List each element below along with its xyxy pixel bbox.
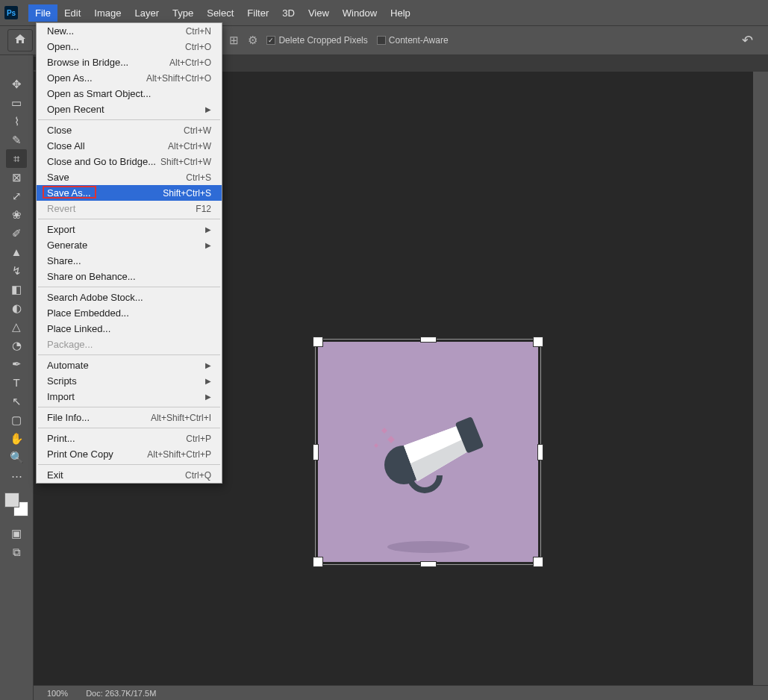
menu-item-label: Print One Copy [47, 449, 113, 460]
crop-handle-l[interactable] [313, 444, 319, 460]
menu-separator [38, 464, 220, 465]
quick-select-tool[interactable]: ✎ [6, 131, 27, 149]
toolbar: ✥▭⌇✎⌗⊠⤢❀✐▲↯◧◐△◔✒T↖▢✋🔍⋯ ▣⧉ [0, 55, 34, 700]
crop-handle-b[interactable] [420, 561, 437, 567]
rectangle-tool[interactable]: ▢ [6, 410, 27, 429]
menu-separator [38, 219, 220, 219]
type-tool[interactable]: T [6, 373, 27, 392]
color-swatches[interactable] [4, 493, 28, 516]
menu-item-place-linked[interactable]: Place Linked... [37, 321, 222, 337]
history-brush-tool[interactable]: ↯ [6, 261, 27, 280]
zoom-level[interactable]: 100% [47, 689, 68, 698]
crop-handle-r[interactable] [537, 444, 543, 460]
menu-item-import[interactable]: Import▶ [37, 389, 222, 404]
menu-item-file-info[interactable]: File Info...Alt+Shift+Ctrl+I [37, 410, 222, 425]
menu-item-place-embedded[interactable]: Place Embedded... [37, 305, 222, 321]
frame-tool[interactable]: ⊠ [6, 168, 27, 187]
eyedropper-tool[interactable]: ⤢ [6, 187, 27, 205]
crop-tool[interactable]: ⌗ [6, 149, 27, 168]
more-tool[interactable]: ⋯ [6, 466, 27, 485]
home-button[interactable] [7, 29, 33, 51]
menu-item-generate[interactable]: Generate▶ [37, 237, 222, 253]
menu-item-label: Open Recent [47, 104, 104, 115]
menu-edit[interactable]: Edit [57, 4, 87, 22]
menu-item-save[interactable]: SaveCtrl+S [37, 169, 222, 185]
menu-item-shortcut: Ctrl+Q [185, 470, 211, 481]
menu-item-print[interactable]: Print...Ctrl+P [37, 431, 222, 446]
marquee-tool[interactable]: ▭ [6, 93, 27, 112]
menu-item-label: Import [47, 391, 75, 402]
menu-item-share[interactable]: Share... [37, 253, 222, 269]
submenu-arrow-icon: ▶ [205, 225, 211, 234]
menu-item-label: Scripts [47, 375, 77, 387]
menubar: Ps FileEditImageLayerTypeSelectFilter3DV… [0, 0, 768, 25]
menu-filter[interactable]: Filter [240, 4, 275, 22]
menu-select[interactable]: Select [200, 4, 240, 22]
menu-item-print-one-copy[interactable]: Print One CopyAlt+Shift+Ctrl+P [37, 446, 222, 462]
content-aware-checkbox[interactable]: Content-Aware [377, 35, 449, 46]
menu-item-label: Place Linked... [47, 323, 110, 334]
menu-item-shortcut: Alt+Shift+Ctrl+O [146, 73, 211, 84]
menu-item-browse-in-bridge[interactable]: Browse in Bridge...Alt+Ctrl+O [37, 54, 222, 70]
menu-item-close[interactable]: CloseCtrl+W [37, 122, 222, 138]
gradient-tool[interactable]: ◐ [6, 299, 27, 317]
foreground-swatch[interactable] [4, 493, 19, 507]
menu-image[interactable]: Image [87, 4, 128, 22]
clone-tool[interactable]: ▲ [6, 243, 27, 261]
gear-icon[interactable]: ⚙ [248, 34, 257, 47]
menu-view[interactable]: View [302, 4, 336, 22]
menu-item-open-as[interactable]: Open As...Alt+Shift+Ctrl+O [37, 70, 222, 86]
menu-layer[interactable]: Layer [128, 4, 166, 22]
move-tool[interactable]: ✥ [6, 75, 27, 93]
menu-item-label: Share... [47, 255, 81, 266]
menu-item-label: Close [47, 125, 72, 136]
menu-type[interactable]: Type [166, 4, 200, 22]
delete-cropped-label: Delete Cropped Pixels [278, 35, 367, 46]
menu-item-scripts[interactable]: Scripts▶ [37, 373, 222, 389]
lasso-tool[interactable]: ⌇ [6, 112, 27, 131]
zoom-tool[interactable]: 🔍 [6, 448, 27, 466]
app-logo: Ps [4, 6, 18, 19]
eraser-tool[interactable]: ◧ [6, 280, 27, 299]
crop-handle-bl[interactable] [313, 557, 323, 567]
menu-help[interactable]: Help [384, 4, 417, 22]
hand-tool[interactable]: ✋ [6, 429, 27, 448]
menu-item-save-as[interactable]: Save As...Shift+Ctrl+S [37, 185, 222, 201]
menu-item-share-on-behance[interactable]: Share on Behance... [37, 269, 222, 284]
menu-item-new[interactable]: New...Ctrl+N [37, 23, 222, 39]
file-menu-dropdown: New...Ctrl+NOpen...Ctrl+OBrowse in Bridg… [36, 22, 222, 484]
menu-item-open-as-smart-object[interactable]: Open as Smart Object... [37, 86, 222, 101]
pen-tool[interactable]: ✒ [6, 354, 27, 373]
menu-item-export[interactable]: Export▶ [37, 222, 222, 237]
menu-item-close-all[interactable]: Close AllAlt+Ctrl+W [37, 138, 222, 154]
menu-item-label: Search Adobe Stock... [47, 292, 143, 303]
crop-handle-br[interactable] [533, 557, 543, 567]
screenmode-tool[interactable]: ⧉ [6, 543, 27, 561]
menu-item-close-and-go-to-bridge[interactable]: Close and Go to Bridge...Shift+Ctrl+W [37, 154, 222, 169]
menu-item-exit[interactable]: ExitCtrl+Q [37, 467, 222, 483]
menu-file[interactable]: File [28, 4, 57, 22]
menu-window[interactable]: Window [336, 4, 384, 22]
menu-item-open[interactable]: Open...Ctrl+O [37, 39, 222, 54]
delete-cropped-checkbox[interactable]: ✓ Delete Cropped Pixels [266, 35, 367, 46]
menu-item-label: Print... [47, 433, 75, 444]
healing-tool[interactable]: ❀ [6, 205, 27, 224]
dodge-tool[interactable]: ◔ [6, 336, 27, 354]
blur-tool[interactable]: △ [6, 317, 27, 336]
crop-handle-t[interactable] [420, 337, 437, 343]
brush-tool[interactable]: ✐ [6, 224, 27, 243]
menu-item-open-recent[interactable]: Open Recent▶ [37, 101, 222, 117]
crop-handle-tl[interactable] [313, 337, 323, 347]
menu-item-automate[interactable]: Automate▶ [37, 357, 222, 373]
statusbar: 100% Doc: 263.7K/17.5M [34, 685, 768, 700]
menu-item-label: Browse in Bridge... [47, 57, 128, 68]
reset-icon[interactable]: ↶ [742, 32, 753, 49]
crop-selection[interactable] [315, 339, 541, 565]
quickmask-tool[interactable]: ▣ [6, 524, 27, 543]
menu-item-search-adobe-stock[interactable]: Search Adobe Stock... [37, 290, 222, 305]
crop-handle-tr[interactable] [533, 337, 543, 347]
menu-item-label: Save [47, 172, 69, 183]
grid-icon[interactable]: ⊞ [229, 34, 239, 47]
menu-3d[interactable]: 3D [275, 4, 302, 22]
path-tool[interactable]: ↖ [6, 392, 27, 410]
